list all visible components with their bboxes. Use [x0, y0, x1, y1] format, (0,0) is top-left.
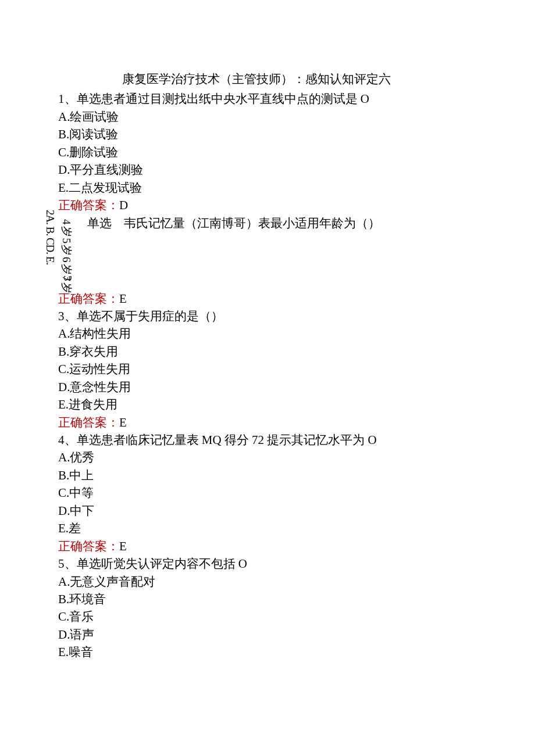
- q5-option-e: E.噪音: [58, 643, 477, 661]
- page-title: 康复医学治疗技术（主管技师）：感知认知评定六: [122, 70, 477, 88]
- q1-answer-label: 正确答案：: [58, 198, 119, 212]
- q1-option-b: B.阅读试验: [58, 126, 477, 143]
- q1-answer-value: D: [119, 198, 128, 212]
- q4-option-b: B.中上: [58, 467, 477, 484]
- q4-option-d: D.中下: [58, 502, 477, 519]
- q3-option-d: D.意念性失用: [58, 378, 477, 396]
- q4-option-a: A.优秀: [58, 449, 477, 466]
- q5-option-c: C.音乐: [58, 608, 477, 625]
- q5-stem: 5、单选听觉失认评定内容不包括 O: [58, 555, 477, 572]
- q1-answer: 正确答案：D: [58, 196, 477, 214]
- q3-option-e: E.进食失用: [58, 396, 477, 413]
- q3-answer-label: 正确答案：: [58, 415, 119, 429]
- q3-answer: 正确答案：E: [58, 414, 477, 431]
- q2-stem: 单选 韦氏记忆量（江南博哥）表最小适用年龄为（）: [58, 214, 477, 232]
- q3-option-b: B.穿衣失用: [58, 343, 477, 360]
- q5-option-b: B.环境音: [58, 590, 477, 608]
- q1-option-a: A.绘画试验: [58, 108, 477, 126]
- q4-option-e: E.差: [58, 519, 477, 537]
- q3-stem: 3、单选不属于失用症的是（）: [58, 307, 477, 325]
- q2-stem-prefix: 单选: [87, 216, 112, 230]
- q4-stem: 4、单选患者临床记忆量表 MQ 得分 72 提示其记忆水平为 O: [58, 431, 477, 449]
- q2-block: 单选 韦氏记忆量（江南博哥）表最小适用年龄为（） 2A. B. CD. E. 4…: [58, 214, 477, 290]
- q4-option-c: C.中等: [58, 484, 477, 501]
- q4-answer-value: E: [119, 539, 127, 553]
- q3-answer-value: E: [119, 415, 127, 429]
- q2-extra: 3: [59, 275, 76, 281]
- q2-answer-value: E: [119, 292, 127, 306]
- q2-rotated-options: 4岁5岁6岁7岁: [58, 219, 74, 295]
- q3-option-a: A.结构性失用: [58, 325, 477, 342]
- q2-answer: 正确答案：E: [58, 290, 477, 307]
- q2-stem-rest: 韦氏记忆量（江南博哥）表最小适用年龄为（）: [124, 216, 380, 230]
- q2-rotated-labels: 2A. B. CD. E.: [42, 210, 58, 264]
- q1-option-d: D.平分直线测验: [58, 161, 477, 178]
- q1-stem: 1、单选患者通过目测找出纸中央水平直线中点的测试是 O: [58, 90, 477, 108]
- q5-option-d: D.语声: [58, 626, 477, 643]
- q4-answer-label: 正确答案：: [58, 539, 119, 553]
- q5-option-a: A.无意义声音配对: [58, 573, 477, 590]
- q1-option-e: E.二点发现试验: [58, 179, 477, 196]
- q4-answer: 正确答案：E: [58, 538, 477, 555]
- q1-option-c: C.删除试验: [58, 144, 477, 161]
- q3-option-c: C.运动性失用: [58, 360, 477, 378]
